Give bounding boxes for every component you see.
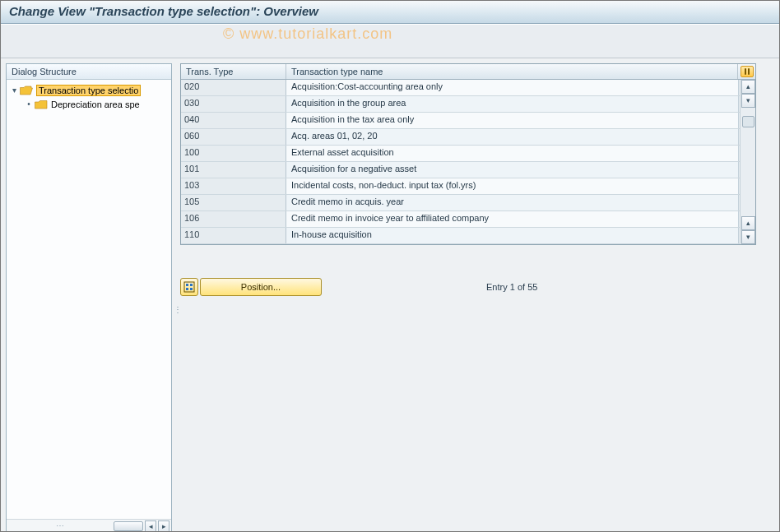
table-row[interactable]: 020Acquisition:Cost-accounting area only	[181, 80, 755, 96]
cell-trans-name[interactable]: In-house acquisition	[286, 228, 738, 243]
collapse-icon[interactable]: ▾	[10, 86, 18, 95]
vertical-scrollbar[interactable]: ▴ ▾ ▴ ▾	[740, 80, 755, 244]
table-row[interactable]: 103Incidental costs, non-deduct. input t…	[181, 178, 755, 195]
main-panel: Trans. Type Transaction type name 020Acq…	[172, 58, 780, 532]
tree-node-depreciation-area[interactable]: • Depreciation area spe	[7, 97, 171, 111]
grip-icon: ⋯	[56, 521, 64, 530]
cell-trans-type[interactable]: 101	[181, 162, 286, 178]
table-row[interactable]: 110In-house acquisition	[181, 228, 755, 244]
grid: Trans. Type Transaction type name 020Acq…	[180, 63, 756, 245]
grid-body: 020Acquisition:Cost-accounting area only…	[181, 80, 755, 244]
scroll-down-step-button[interactable]: ▾	[741, 94, 755, 108]
entry-counter: Entry 1 of 55	[486, 282, 537, 292]
folder-open-icon	[20, 86, 33, 95]
scroll-left-button[interactable]: ◂	[145, 520, 156, 532]
page-title: Change View "Transaction type selection"…	[9, 4, 771, 18]
position-icon	[183, 281, 195, 293]
table-config-button[interactable]	[738, 64, 755, 79]
cell-trans-type[interactable]: 030	[181, 96, 286, 112]
cell-trans-name[interactable]: Acquisition in the group area	[286, 96, 738, 112]
dialog-structure-panel: Dialog Structure ▾ Transaction type sele…	[6, 63, 172, 532]
table-row[interactable]: 100External asset acquisition	[181, 146, 755, 162]
svg-rect-3	[186, 288, 188, 290]
column-header-trans-type[interactable]: Trans. Type	[181, 64, 286, 79]
table-row[interactable]: 106Credit memo in invoice year to affili…	[181, 211, 755, 228]
cell-trans-name[interactable]: Acq. areas 01, 02, 20	[286, 129, 738, 145]
cell-trans-type[interactable]: 020	[181, 80, 286, 95]
scroll-thumb[interactable]	[742, 116, 754, 127]
svg-rect-4	[190, 288, 193, 290]
scroll-up-step-button[interactable]: ▴	[741, 216, 755, 230]
table-container: Trans. Type Transaction type name 020Acq…	[180, 63, 756, 245]
svg-rect-2	[190, 284, 193, 286]
cell-trans-type[interactable]: 105	[181, 195, 286, 210]
tree-node-label: Depreciation area spe	[51, 99, 140, 109]
content-area: Dialog Structure ▾ Transaction type sele…	[1, 58, 779, 532]
tree[interactable]: ▾ Transaction type selectio • Depreciati…	[7, 80, 171, 519]
svg-rect-1	[186, 284, 188, 286]
scroll-up-button[interactable]: ▴	[741, 80, 755, 94]
table-row[interactable]: 030Acquisition in the group area	[181, 96, 755, 113]
table-row[interactable]: 060Acq. areas 01, 02, 20	[181, 129, 755, 146]
table-row[interactable]: 040Acquisition in the tax area only	[181, 113, 755, 129]
toolbar	[1, 24, 779, 58]
cell-trans-type[interactable]: 110	[181, 228, 286, 243]
folder-icon	[35, 99, 48, 109]
dialog-structure-header: Dialog Structure	[7, 64, 171, 80]
cell-trans-name[interactable]: External asset acquisition	[286, 146, 738, 161]
cell-trans-name[interactable]: Credit memo in invoice year to affiliate…	[286, 211, 738, 227]
cell-trans-type[interactable]: 060	[181, 129, 286, 145]
tree-node-label: Transaction type selectio	[36, 85, 141, 96]
cell-trans-name[interactable]: Incidental costs, non-deduct. input tax …	[286, 178, 738, 194]
grid-header: Trans. Type Transaction type name	[181, 64, 755, 80]
column-header-trans-name[interactable]: Transaction type name	[286, 64, 738, 79]
scroll-thumb[interactable]	[114, 521, 143, 531]
table-config-icon	[741, 66, 754, 77]
cell-trans-type[interactable]: 040	[181, 113, 286, 128]
table-row[interactable]: 101Acquisition for a negative asset	[181, 162, 755, 178]
scroll-right-button[interactable]: ▸	[158, 520, 169, 532]
position-button[interactable]: Position...	[200, 278, 322, 296]
scroll-down-button[interactable]: ▾	[741, 230, 755, 244]
sidebar-horizontal-scrollbar[interactable]: ⋯ ◂ ▸	[7, 519, 171, 532]
tree-node-transaction-type-selection[interactable]: ▾ Transaction type selectio	[7, 83, 171, 97]
table-row[interactable]: 105Credit memo in acquis. year	[181, 195, 755, 211]
position-icon-button[interactable]	[180, 278, 198, 296]
cell-trans-type[interactable]: 106	[181, 211, 286, 227]
cell-trans-name[interactable]: Acquisition:Cost-accounting area only	[286, 80, 738, 95]
bullet-icon: •	[25, 99, 33, 109]
cell-trans-type[interactable]: 103	[181, 178, 286, 194]
cell-trans-name[interactable]: Acquisition for a negative asset	[286, 162, 738, 178]
cell-trans-name[interactable]: Acquisition in the tax area only	[286, 113, 738, 128]
cell-trans-name[interactable]: Credit memo in acquis. year	[286, 195, 738, 210]
footer-bar: Position... Entry 1 of 55	[180, 278, 756, 296]
cell-trans-type[interactable]: 100	[181, 146, 286, 161]
svg-rect-0	[184, 282, 194, 292]
titlebar: Change View "Transaction type selection"…	[1, 1, 779, 24]
